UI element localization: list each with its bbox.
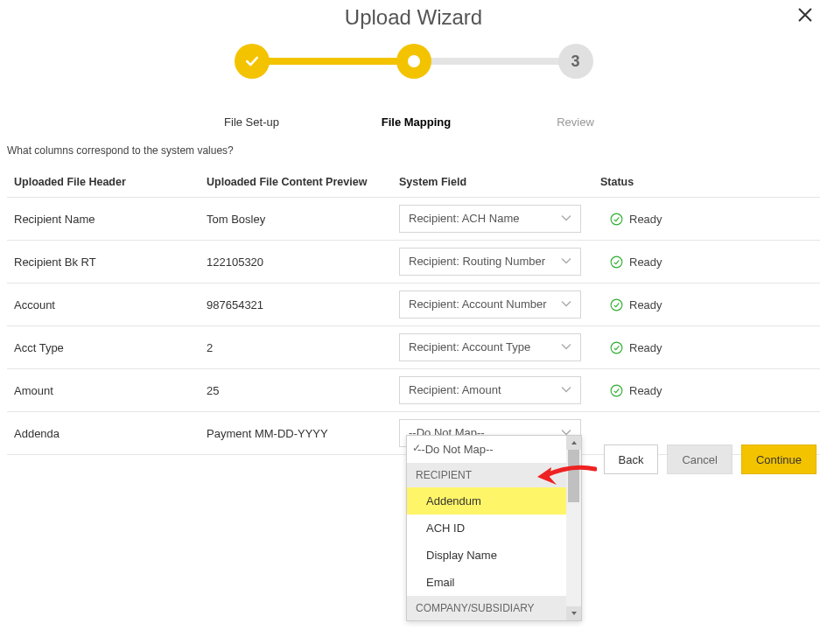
- status-badge: Ready: [600, 255, 813, 270]
- step-2-current-icon: [396, 44, 431, 79]
- svg-point-2: [611, 299, 622, 311]
- step-label-3: Review: [541, 116, 611, 129]
- cell-preview: 2: [207, 341, 399, 354]
- dropdown-option-display-name[interactable]: Display Name: [407, 542, 581, 569]
- table-row: Amount 25 Recipient: Amount Ready: [7, 369, 820, 412]
- table-row: Recipient Name Tom Bosley Recipient: ACH…: [7, 198, 820, 241]
- mapping-table: Uploaded File Header Uploaded File Conte…: [7, 167, 820, 455]
- system-field-select[interactable]: Recipient: ACH Name: [399, 205, 581, 233]
- step-label-1: File Set-up: [217, 116, 287, 129]
- page-title: Upload Wizard: [0, 0, 827, 30]
- cell-preview: 122105320: [207, 256, 399, 269]
- back-button[interactable]: Back: [604, 444, 659, 474]
- cell-preview: Tom Bosley: [207, 213, 399, 226]
- dropdown-option-addendum[interactable]: Addendum: [407, 487, 566, 514]
- stepper: 3: [235, 44, 593, 80]
- step-3-pending-icon: 3: [558, 44, 593, 79]
- scrollbar-thumb[interactable]: [568, 450, 579, 502]
- chevron-down-icon: [557, 295, 575, 322]
- dropdown-option-donotmap[interactable]: --Do Not Map--: [407, 436, 581, 463]
- cell-preview: Payment MM-DD-YYYY: [207, 427, 399, 440]
- continue-button[interactable]: Continue: [741, 444, 816, 474]
- chevron-down-icon: [557, 381, 575, 408]
- cell-header: Amount: [14, 384, 207, 397]
- status-badge: Ready: [600, 298, 813, 312]
- col-header-field: System Field: [399, 176, 600, 188]
- chevron-down-icon: [557, 209, 575, 236]
- scrollbar[interactable]: [566, 436, 581, 620]
- cancel-button[interactable]: Cancel: [667, 444, 732, 474]
- status-badge: Ready: [600, 340, 813, 355]
- step-1-complete-icon: [235, 44, 270, 79]
- table-row: Recipient Bk RT 122105320 Recipient: Rou…: [7, 241, 820, 284]
- close-icon[interactable]: [795, 5, 815, 28]
- svg-point-0: [611, 214, 622, 225]
- chevron-down-icon: [557, 252, 575, 279]
- system-field-select[interactable]: Recipient: Account Type: [399, 333, 581, 361]
- col-header-preview: Uploaded File Content Preview: [207, 176, 399, 188]
- svg-point-1: [611, 256, 622, 268]
- dropdown-group-company: COMPANY/SUBSIDIARY: [407, 596, 581, 620]
- table-row: Acct Type 2 Recipient: Account Type Read…: [7, 326, 820, 369]
- col-header-status: Status: [600, 176, 813, 188]
- scrollbar-up-icon[interactable]: [566, 436, 581, 450]
- system-field-select[interactable]: Recipient: Account Number: [399, 290, 581, 318]
- cell-header: Account: [14, 298, 207, 312]
- dropdown-option-achid[interactable]: ACH ID: [407, 514, 581, 542]
- table-row: Account 987654321 Recipient: Account Num…: [7, 284, 820, 326]
- dropdown-option-email[interactable]: Email: [407, 569, 581, 596]
- system-field-select[interactable]: Recipient: Amount: [399, 376, 581, 404]
- cell-preview: 25: [207, 384, 399, 397]
- dropdown-group-recipient: RECIPIENT: [407, 463, 581, 487]
- status-badge: Ready: [600, 383, 813, 398]
- svg-point-3: [611, 342, 622, 354]
- step-label-2: File Mapping: [382, 116, 452, 129]
- cell-header: Recipient Bk RT: [14, 256, 207, 269]
- status-badge: Ready: [600, 212, 813, 227]
- table-header: Uploaded File Header Uploaded File Conte…: [7, 167, 820, 198]
- cell-header: Acct Type: [14, 341, 207, 354]
- col-header-uploaded: Uploaded File Header: [14, 176, 207, 188]
- system-field-dropdown[interactable]: --Do Not Map-- RECIPIENT Addendum ACH ID…: [406, 435, 582, 621]
- svg-point-4: [611, 385, 622, 396]
- cell-header: Addenda: [14, 427, 207, 440]
- footer-actions: Back Cancel Continue: [604, 444, 816, 474]
- scrollbar-down-icon[interactable]: [566, 606, 581, 620]
- instruction-text: What columns correspond to the system va…: [0, 144, 827, 167]
- system-field-select[interactable]: Recipient: Routing Number: [399, 248, 581, 276]
- chevron-down-icon: [557, 338, 575, 365]
- cell-preview: 987654321: [207, 298, 399, 312]
- cell-header: Recipient Name: [14, 213, 207, 226]
- step-labels: File Set-up File Mapping Review: [235, 116, 593, 129]
